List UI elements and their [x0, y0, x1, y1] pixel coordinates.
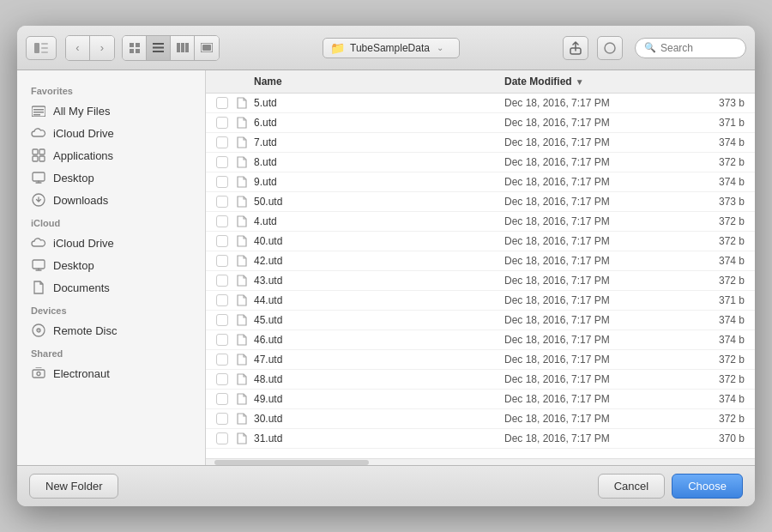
file-name: 31.utd [254, 432, 504, 444]
file-row[interactable]: 49.utd Dec 18, 2016, 7:17 PM 374 b [206, 390, 755, 409]
file-checkbox[interactable] [216, 314, 228, 326]
sidebar-item-downloads[interactable]: Downloads [17, 189, 205, 211]
sidebar-item-label: Applications [53, 149, 113, 162]
file-name: 8.utd [254, 156, 504, 168]
new-folder-button[interactable]: New Folder [29, 474, 118, 499]
search-input[interactable] [660, 42, 738, 54]
file-date: Dec 18, 2016, 7:17 PM [504, 334, 693, 346]
file-row[interactable]: 8.utd Dec 18, 2016, 7:17 PM 372 b [206, 153, 755, 172]
file-checkbox[interactable] [216, 275, 228, 287]
file-row[interactable]: 5.utd Dec 18, 2016, 7:17 PM 373 b [206, 94, 755, 113]
file-row[interactable]: 6.utd Dec 18, 2016, 7:17 PM 371 b [206, 113, 755, 133]
file-row[interactable]: 44.utd Dec 18, 2016, 7:17 PM 371 b [206, 291, 755, 311]
file-size: 374 b [693, 334, 745, 346]
file-name: 43.utd [254, 275, 504, 287]
file-checkbox[interactable] [216, 176, 228, 188]
file-row[interactable]: 46.utd Dec 18, 2016, 7:17 PM 374 b [206, 330, 755, 350]
file-name: 45.utd [254, 314, 504, 326]
file-checkbox[interactable] [216, 215, 228, 227]
sidebar-item-icloud-drive-fav[interactable]: iCloud Drive [17, 122, 205, 144]
view-cover-button[interactable] [195, 36, 219, 60]
file-date: Dec 18, 2016, 7:17 PM [504, 156, 693, 168]
file-row[interactable]: 40.utd Dec 18, 2016, 7:17 PM 372 b [206, 232, 755, 251]
file-checkbox[interactable] [216, 393, 228, 405]
file-row[interactable]: 4.utd Dec 18, 2016, 7:17 PM 372 b [206, 212, 755, 232]
sidebar-item-label: Desktop [53, 259, 94, 272]
favorites-section-label: Favorites [17, 79, 205, 100]
file-checkbox[interactable] [216, 136, 228, 148]
icloud-section-label: iCloud [17, 211, 205, 232]
file-list: 5.utd Dec 18, 2016, 7:17 PM 373 b 6.utd … [206, 94, 755, 458]
file-row[interactable]: 9.utd Dec 18, 2016, 7:17 PM 374 b [206, 172, 755, 192]
sidebar-item-icloud-drive[interactable]: iCloud Drive [17, 232, 205, 254]
file-checkbox[interactable] [216, 196, 228, 208]
file-checkbox[interactable] [216, 413, 228, 425]
back-button[interactable]: ‹ [66, 36, 90, 60]
file-icon [235, 136, 249, 149]
file-row[interactable]: 30.utd Dec 18, 2016, 7:17 PM 372 b [206, 409, 755, 429]
sidebar-item-electronaut[interactable]: Electronaut [17, 362, 205, 384]
file-size: 374 b [693, 255, 745, 267]
svg-rect-15 [202, 45, 211, 51]
location-bar[interactable]: 📁 TubeSampleData ⌄ [323, 38, 460, 58]
file-icon [235, 234, 249, 248]
svg-point-31 [38, 329, 39, 331]
horizontal-scroll-thumb[interactable] [214, 460, 369, 465]
choose-button[interactable]: Choose [672, 474, 743, 499]
sidebar-item-remote-disc[interactable]: Remote Disc [17, 319, 205, 342]
desktop-icon [31, 170, 46, 185]
file-checkbox[interactable] [216, 235, 228, 247]
sidebar-item-documents[interactable]: Documents [17, 276, 205, 299]
file-list-header: Name Date Modified ▼ [206, 70, 755, 94]
view-list-button[interactable] [147, 36, 171, 60]
svg-point-33 [37, 372, 40, 376]
file-size: 372 b [693, 215, 745, 227]
file-checkbox[interactable] [216, 294, 228, 306]
horizontal-scrollbar[interactable] [206, 458, 755, 465]
view-icon-button[interactable] [123, 36, 147, 60]
file-icon [235, 254, 249, 268]
search-bar[interactable]: 🔍 [635, 38, 746, 58]
file-size: 372 b [693, 275, 745, 287]
column-header-name[interactable]: Name [254, 76, 504, 88]
svg-rect-20 [33, 112, 44, 113]
file-date: Dec 18, 2016, 7:17 PM [504, 255, 693, 267]
sidebar-item-applications[interactable]: Applications [17, 144, 205, 166]
file-name: 47.utd [254, 354, 504, 366]
file-checkbox[interactable] [216, 432, 228, 444]
file-row[interactable]: 42.utd Dec 18, 2016, 7:17 PM 374 b [206, 251, 755, 271]
file-row[interactable]: 31.utd Dec 18, 2016, 7:17 PM 370 b [206, 429, 755, 449]
file-checkbox[interactable] [216, 354, 228, 366]
file-name: 50.utd [254, 196, 504, 208]
file-checkbox[interactable] [216, 117, 228, 129]
sidebar-item-desktop[interactable]: Desktop [17, 166, 205, 189]
file-row[interactable]: 43.utd Dec 18, 2016, 7:17 PM 372 b [206, 271, 755, 291]
applications-icon [31, 148, 46, 163]
sidebar-item-all-my-files[interactable]: All My Files [17, 100, 205, 122]
file-row[interactable]: 48.utd Dec 18, 2016, 7:17 PM 372 b [206, 370, 755, 390]
forward-button[interactable]: › [90, 36, 114, 60]
file-icon [235, 96, 249, 110]
svg-rect-12 [181, 43, 184, 52]
file-row[interactable]: 50.utd Dec 18, 2016, 7:17 PM 373 b [206, 192, 755, 212]
file-size: 373 b [693, 97, 745, 109]
svg-rect-1 [41, 43, 48, 45]
file-name: 4.utd [254, 215, 504, 227]
file-checkbox[interactable] [216, 156, 228, 168]
tag-button[interactable] [597, 36, 623, 60]
sidebar-item-desktop2[interactable]: Desktop [17, 254, 205, 276]
file-checkbox[interactable] [216, 97, 228, 109]
file-date: Dec 18, 2016, 7:17 PM [504, 176, 693, 188]
share-button[interactable] [563, 36, 588, 60]
sidebar-toggle-button[interactable] [26, 36, 57, 60]
svg-rect-23 [39, 149, 45, 154]
file-checkbox[interactable] [216, 373, 228, 385]
file-row[interactable]: 45.utd Dec 18, 2016, 7:17 PM 374 b [206, 311, 755, 330]
view-columns-button[interactable] [171, 36, 195, 60]
cancel-button[interactable]: Cancel [598, 474, 665, 499]
file-checkbox[interactable] [216, 255, 228, 267]
file-checkbox[interactable] [216, 334, 228, 346]
file-row[interactable]: 7.utd Dec 18, 2016, 7:17 PM 374 b [206, 133, 755, 153]
file-row[interactable]: 47.utd Dec 18, 2016, 7:17 PM 372 b [206, 350, 755, 370]
column-header-date[interactable]: Date Modified ▼ [504, 76, 693, 88]
